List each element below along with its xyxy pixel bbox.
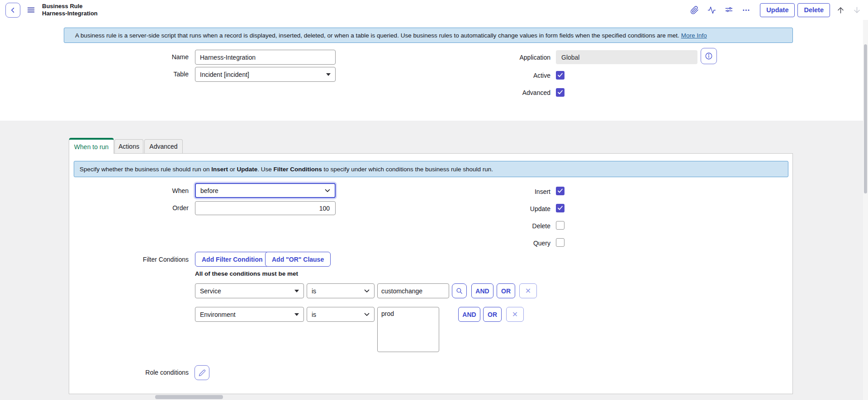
order-label: Order bbox=[81, 204, 189, 212]
condition-or-button[interactable]: OR bbox=[483, 307, 502, 322]
context-menu-button[interactable] bbox=[26, 5, 36, 15]
update-button[interactable]: Update bbox=[760, 3, 795, 17]
checkmark-icon bbox=[557, 90, 563, 95]
add-or-clause-button[interactable]: Add "OR" Clause bbox=[265, 252, 331, 267]
record-name-title: Harness-Integration bbox=[42, 10, 98, 17]
application-field: Global bbox=[556, 50, 697, 64]
personalize-form-button[interactable] bbox=[723, 4, 735, 16]
edit-role-conditions-button[interactable] bbox=[194, 365, 209, 380]
back-chevron-icon bbox=[9, 7, 16, 14]
application-value: Global bbox=[561, 54, 579, 61]
pencil-icon bbox=[199, 369, 206, 376]
condition-remove-button[interactable]: ✕ bbox=[506, 307, 524, 322]
more-options-button[interactable] bbox=[740, 4, 752, 16]
condition-field-select[interactable]: Environment bbox=[195, 307, 304, 322]
record-type-title: Business Rule bbox=[42, 3, 98, 10]
condition-value-textarea[interactable]: prod bbox=[377, 307, 439, 352]
header-actions: Update Delete bbox=[688, 3, 863, 17]
form-header: Business Rule Harness-Integration bbox=[0, 0, 868, 20]
condition-and-button[interactable]: AND bbox=[458, 307, 480, 322]
checkmark-icon bbox=[557, 188, 563, 193]
when-label: When bbox=[81, 187, 189, 194]
activity-icon bbox=[707, 6, 716, 14]
close-icon: ✕ bbox=[525, 287, 531, 295]
add-filter-condition-button[interactable]: Add Filter Condition bbox=[195, 252, 270, 267]
when-select[interactable]: before bbox=[195, 183, 336, 198]
sliders-icon bbox=[725, 6, 733, 14]
delete-label: Delete bbox=[443, 222, 550, 230]
table-label: Table bbox=[81, 71, 189, 78]
banner-text: or bbox=[228, 166, 237, 173]
condition-field-value: Environment bbox=[200, 311, 236, 318]
tab-actions[interactable]: Actions bbox=[114, 139, 143, 153]
insert-checkbox[interactable] bbox=[556, 187, 564, 195]
banner-bold-filter-conditions: Filter Conditions bbox=[274, 166, 322, 173]
condition-remove-button[interactable]: ✕ bbox=[519, 283, 537, 298]
filter-conditions-label: Filter Conditions bbox=[81, 256, 189, 263]
chevron-down-icon bbox=[364, 313, 370, 316]
back-button[interactable] bbox=[5, 3, 20, 18]
when-to-run-info-banner: Specify whether the business rule should… bbox=[74, 161, 788, 177]
advanced-checkbox[interactable] bbox=[556, 88, 564, 97]
role-conditions-label: Role conditions bbox=[81, 369, 189, 376]
condition-operator-value: is bbox=[312, 287, 316, 295]
business-rule-info-banner: A business rule is a server-side script … bbox=[64, 28, 793, 43]
more-icon bbox=[742, 6, 750, 14]
update-label: Update bbox=[443, 205, 550, 212]
query-label: Query bbox=[443, 240, 550, 247]
more-info-link[interactable]: More Info bbox=[681, 32, 707, 39]
dropdown-arrow-icon bbox=[294, 290, 299, 292]
condition-field-select[interactable]: Service bbox=[195, 283, 304, 298]
search-icon bbox=[455, 287, 463, 295]
condition-lookup-button[interactable] bbox=[452, 283, 467, 298]
next-record-button[interactable] bbox=[851, 4, 863, 16]
condition-or-button[interactable]: OR bbox=[497, 283, 515, 298]
when-select-value: before bbox=[200, 187, 218, 194]
page-title: Business Rule Harness-Integration bbox=[42, 3, 98, 17]
name-input[interactable] bbox=[195, 50, 336, 65]
banner-bold-update: Update bbox=[237, 166, 257, 173]
advanced-label: Advanced bbox=[443, 89, 550, 96]
activity-stream-button[interactable] bbox=[706, 4, 717, 16]
table-select[interactable]: Incident [incident] bbox=[195, 67, 336, 82]
chevron-down-icon bbox=[325, 189, 330, 193]
update-checkbox[interactable] bbox=[556, 204, 564, 212]
condition-operator-select[interactable]: is bbox=[307, 283, 375, 298]
active-label: Active bbox=[443, 72, 550, 79]
all-conditions-text: All of these conditions must be met bbox=[195, 270, 298, 277]
table-select-value: Incident [incident] bbox=[200, 71, 249, 78]
dropdown-arrow-icon bbox=[294, 313, 299, 316]
banner-bold-insert: Insert bbox=[211, 166, 228, 173]
condition-operator-select[interactable]: is bbox=[307, 307, 375, 322]
order-input[interactable] bbox=[195, 201, 336, 215]
arrow-up-icon bbox=[836, 6, 845, 14]
horizontal-scrollbar-thumb[interactable] bbox=[155, 395, 223, 399]
active-checkbox[interactable] bbox=[556, 71, 564, 80]
checkmark-icon bbox=[557, 206, 563, 211]
query-checkbox[interactable] bbox=[556, 238, 564, 247]
vertical-scrollbar-thumb[interactable] bbox=[864, 44, 867, 193]
checkmark-icon bbox=[557, 73, 563, 78]
banner-text: Specify whether the business rule should… bbox=[80, 166, 211, 173]
delete-checkbox[interactable] bbox=[556, 221, 564, 230]
condition-and-button[interactable]: AND bbox=[471, 283, 493, 298]
condition-field-value: Service bbox=[200, 287, 221, 295]
banner-text: to specify under which conditions the bu… bbox=[322, 166, 493, 173]
previous-record-button[interactable] bbox=[835, 4, 846, 16]
attachments-button[interactable] bbox=[688, 4, 700, 16]
business-rule-page: Business Rule Harness-Integration bbox=[0, 0, 868, 400]
menu-icon bbox=[27, 7, 35, 13]
application-label: Application bbox=[443, 54, 550, 61]
application-info-button[interactable] bbox=[701, 48, 717, 64]
condition-value-input[interactable] bbox=[377, 283, 449, 298]
dropdown-arrow-icon bbox=[326, 73, 331, 76]
tab-advanced[interactable]: Advanced bbox=[144, 139, 183, 153]
banner-text: . Use bbox=[257, 166, 273, 173]
name-label: Name bbox=[81, 53, 189, 61]
close-icon: ✕ bbox=[512, 310, 518, 319]
delete-button[interactable]: Delete bbox=[797, 3, 830, 17]
arrow-down-icon bbox=[853, 6, 861, 14]
tab-when-to-run[interactable]: When to run bbox=[69, 138, 114, 154]
banner-text: A business rule is a server-side script … bbox=[75, 32, 679, 39]
info-icon bbox=[705, 52, 713, 60]
